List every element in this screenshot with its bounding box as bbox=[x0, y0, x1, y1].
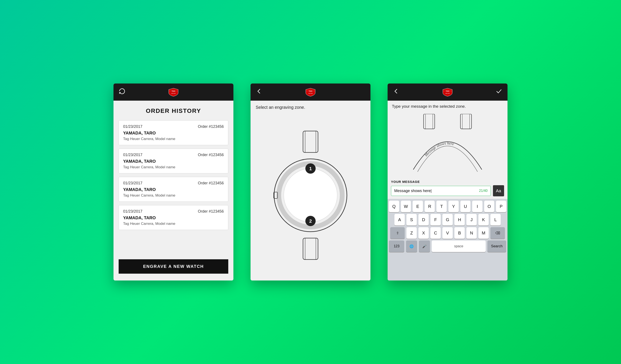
svg-point-16 bbox=[284, 169, 337, 222]
message-label: YOUR MESSAGE bbox=[391, 180, 504, 184]
order-item-4[interactable]: 01/23/2017 Order #123456 YAMADA, TARO Ta… bbox=[119, 205, 228, 230]
key-i[interactable]: I bbox=[472, 201, 483, 212]
space-key[interactable]: space bbox=[432, 241, 486, 252]
key-h[interactable]: H bbox=[454, 214, 465, 225]
order-date-4: 01/23/2017 bbox=[123, 209, 142, 214]
keyboard-row-1: Q W E R T Y U I O P bbox=[389, 201, 506, 212]
backspace-key[interactable]: ⌫ bbox=[490, 227, 505, 239]
svg-text:TAG: TAG bbox=[446, 90, 449, 92]
svg-text:1: 1 bbox=[309, 166, 312, 171]
order-model-1: Tag Heuer Carrera, Model name bbox=[123, 137, 224, 141]
message-text: Message shows here| bbox=[394, 189, 432, 193]
key-e[interactable]: E bbox=[413, 201, 423, 212]
order-history-title: ORDER HISTORY bbox=[146, 107, 201, 114]
screen-2-engraving-zone: TAG HEUER Select an engraving zone. bbox=[251, 84, 370, 280]
order-number-2: Order #123456 bbox=[198, 153, 224, 157]
message-input-row: Message shows here| 21/40 Aa bbox=[391, 185, 504, 196]
header-3: TAG HEUER bbox=[388, 84, 507, 101]
header-1: TAG HEUER bbox=[114, 84, 233, 101]
key-s[interactable]: S bbox=[406, 214, 417, 225]
order-name-4: YAMADA, TARO bbox=[123, 215, 224, 220]
engraving-instruction: Select an engraving zone. bbox=[256, 105, 305, 110]
key-123[interactable]: 123 bbox=[389, 241, 404, 252]
keyboard-row-4: 123 🌐 🎤 space Search bbox=[389, 241, 506, 252]
keyboard-row-3: ⇧ Z X C V B N M ⌫ bbox=[389, 227, 506, 239]
key-z[interactable]: Z bbox=[406, 227, 417, 239]
keyboard-row-2: A S D F G H J K L bbox=[389, 214, 506, 225]
screen-3-message-input: TAG HEUER Type your message in the selec… bbox=[388, 84, 507, 280]
order-name-2: YAMADA, TARO bbox=[123, 159, 224, 164]
order-item-2[interactable]: 01/23/2017 Order #123456 YAMADA, TARO Ta… bbox=[119, 149, 228, 173]
search-key[interactable]: Search bbox=[487, 241, 506, 252]
order-name-1: YAMADA, TARO bbox=[123, 131, 224, 136]
key-u[interactable]: U bbox=[460, 201, 471, 212]
order-name-3: YAMADA, TARO bbox=[123, 187, 224, 192]
header-2: TAG HEUER bbox=[251, 84, 370, 101]
key-q[interactable]: Q bbox=[389, 201, 399, 212]
message-input-section: YOUR MESSAGE Message shows here| 21/40 A… bbox=[388, 177, 507, 199]
key-f[interactable]: F bbox=[431, 214, 441, 225]
order-date-3: 01/23/2017 bbox=[123, 181, 142, 185]
order-model-3: Tag Heuer Carrera, Model name bbox=[123, 193, 224, 198]
engrave-new-watch-button[interactable]: ENGRAVE A NEW WATCH bbox=[119, 259, 228, 274]
svg-rect-30 bbox=[460, 114, 471, 129]
svg-text:TAG: TAG bbox=[172, 90, 175, 92]
key-x[interactable]: X bbox=[418, 227, 429, 239]
back-arrow-icon-2[interactable] bbox=[256, 88, 262, 96]
svg-text:Message shows here: Message shows here bbox=[424, 141, 455, 157]
checkmark-icon[interactable] bbox=[496, 88, 502, 96]
key-l[interactable]: L bbox=[490, 214, 501, 225]
order-model-4: Tag Heuer Carrera, Model name bbox=[123, 222, 224, 226]
order-item-3[interactable]: 01/23/2017 Order #123456 YAMADA, TARO Ta… bbox=[119, 177, 228, 202]
tag-heuer-logo-3: TAG HEUER bbox=[441, 87, 454, 97]
back-arrow-icon-3[interactable] bbox=[393, 88, 399, 96]
tag-heuer-logo-2: TAG HEUER bbox=[304, 87, 317, 97]
key-o[interactable]: O bbox=[484, 201, 494, 212]
order-number-3: Order #123456 bbox=[198, 181, 224, 185]
order-item-1[interactable]: 01/23/2017 Order #123456 YAMADA, TARO Ta… bbox=[119, 120, 228, 145]
order-list: 01/23/2017 Order #123456 YAMADA, TARO Ta… bbox=[119, 120, 228, 259]
message-input-box[interactable]: Message shows here| 21/40 bbox=[391, 186, 491, 196]
key-t[interactable]: T bbox=[436, 201, 447, 212]
order-date-2: 01/23/2017 bbox=[123, 153, 142, 157]
order-model-2: Tag Heuer Carrera, Model name bbox=[123, 165, 224, 169]
keyboard: Q W E R T Y U I O P A S D F G H J K bbox=[388, 199, 507, 280]
engraving-zone-body: Select an engraving zone. bbox=[251, 101, 370, 280]
watch-preview: Message shows here bbox=[388, 110, 507, 177]
key-d[interactable]: D bbox=[418, 214, 429, 225]
key-c[interactable]: C bbox=[431, 227, 441, 239]
key-k[interactable]: K bbox=[478, 214, 489, 225]
order-date-1: 01/23/2017 bbox=[123, 124, 142, 129]
key-a[interactable]: A bbox=[395, 214, 405, 225]
key-v[interactable]: V bbox=[442, 227, 453, 239]
key-m[interactable]: M bbox=[478, 227, 489, 239]
svg-text:HEUER: HEUER bbox=[308, 93, 313, 94]
svg-text:2: 2 bbox=[309, 218, 312, 224]
globe-key[interactable]: 🌐 bbox=[406, 241, 417, 252]
svg-text:TAG: TAG bbox=[309, 90, 312, 92]
refresh-icon[interactable] bbox=[119, 88, 125, 96]
message-instruction: Type your message in the selected zone. bbox=[388, 101, 507, 110]
key-b[interactable]: B bbox=[454, 227, 465, 239]
message-input-body: Type your message in the selected zone. bbox=[388, 101, 507, 280]
mic-key[interactable]: 🎤 bbox=[419, 241, 430, 252]
key-g[interactable]: G bbox=[442, 214, 453, 225]
font-button[interactable]: Aa bbox=[493, 185, 504, 196]
key-r[interactable]: R bbox=[425, 201, 435, 212]
order-number-1: Order #123456 bbox=[198, 124, 224, 129]
tag-heuer-logo: TAG HEUER bbox=[167, 87, 180, 97]
message-count: 21/40 bbox=[479, 189, 488, 193]
shift-key[interactable]: ⇧ bbox=[390, 227, 405, 239]
svg-rect-27 bbox=[424, 114, 435, 129]
key-j[interactable]: J bbox=[466, 214, 477, 225]
key-p[interactable]: P bbox=[496, 201, 506, 212]
key-n[interactable]: N bbox=[466, 227, 477, 239]
order-number-4: Order #123456 bbox=[198, 209, 224, 214]
order-history-body: ORDER HISTORY 01/23/2017 Order #123456 Y… bbox=[114, 101, 233, 280]
key-y[interactable]: Y bbox=[448, 201, 459, 212]
screen-1-order-history: TAG HEUER ORDER HISTORY 01/23/2017 Order… bbox=[114, 84, 233, 280]
svg-text:HEUER: HEUER bbox=[171, 93, 176, 94]
svg-text:HEUER: HEUER bbox=[445, 93, 450, 94]
watch-diagram: 1 2 bbox=[256, 114, 365, 276]
key-w[interactable]: W bbox=[401, 201, 411, 212]
